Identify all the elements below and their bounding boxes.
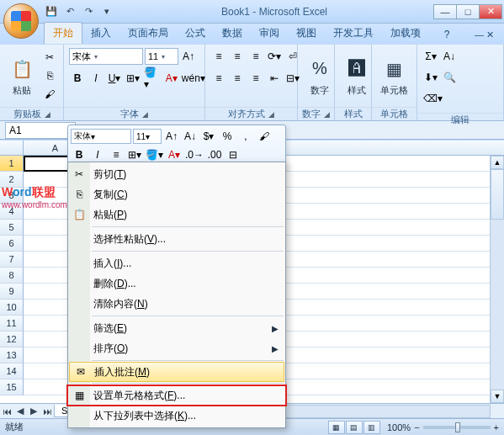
row-header[interactable]: 9 [0,284,24,300]
cells-button[interactable]: ▦单元格 [377,54,411,98]
font-size-combo[interactable]: 11▾ [145,48,178,65]
row-header[interactable]: 11 [0,316,24,332]
mini-comma-icon[interactable]: , [237,128,254,145]
menu-item[interactable]: ▦设置单元格格式(F)... [68,385,285,406]
redo-icon[interactable]: ↷ [81,4,96,19]
fill-icon[interactable]: ⬇▾ [422,69,439,86]
align-left-icon[interactable]: ≡ [210,70,227,87]
row-header[interactable]: 10 [0,300,24,316]
tab-addins[interactable]: 加载项 [382,23,429,44]
mini-center-icon[interactable]: ≡ [108,146,125,163]
scroll-thumb[interactable] [491,169,504,220]
save-icon[interactable]: 💾 [44,4,59,19]
styles-button[interactable]: 🅰样式 [340,54,374,98]
mini-size-combo[interactable]: 11 ▾ [133,129,162,144]
row-header[interactable]: 5 [0,220,24,236]
zoom-in-icon[interactable]: + [494,422,499,432]
mini-bold-icon[interactable]: B [71,146,88,163]
orientation-icon[interactable]: ⟳▾ [266,48,283,65]
tab-home[interactable]: 开始 [44,22,82,44]
sort-filter-icon[interactable]: A↓ [441,48,458,65]
border-button[interactable]: ⊞▾ [125,70,141,87]
mini-painter-icon[interactable]: 🖌 [256,128,273,145]
align-center-icon[interactable]: ≡ [229,70,246,87]
row-header[interactable]: 1 [0,156,24,172]
format-painter-icon[interactable]: 🖌 [41,86,58,103]
copy-icon[interactable]: ⎘ [41,67,58,84]
underline-button[interactable]: U▾ [106,70,123,87]
select-all-corner[interactable] [0,141,24,155]
tab-developer[interactable]: 开发工具 [325,23,382,44]
row-header[interactable]: 13 [0,347,24,363]
mini-fill-icon[interactable]: 🪣▾ [145,146,164,163]
normal-view-icon[interactable]: ▦ [328,421,345,434]
autosum-icon[interactable]: Σ▾ [422,48,439,65]
ribbon-min-close[interactable]: — ✕ [471,26,497,44]
tab-insert[interactable]: 插入 [82,23,119,44]
zoom-slider[interactable] [423,426,491,429]
menu-item[interactable]: ✂剪切(T) [68,164,285,184]
last-sheet-icon[interactable]: ⏭ [40,405,54,418]
name-box[interactable]: A1▾ [5,122,76,139]
office-button[interactable] [3,3,39,39]
paste-button[interactable]: 📋 粘贴 [5,54,39,98]
scroll-down-icon[interactable]: ▼ [491,390,504,403]
italic-button[interactable]: I [88,70,104,87]
menu-item[interactable]: ✉插入批注(M) [69,362,284,382]
menu-item[interactable]: ⎘复制(C) [68,184,285,204]
close-button[interactable]: ✕ [479,4,502,19]
align-bottom-icon[interactable]: ≡ [247,48,264,65]
indent-dec-icon[interactable]: ⇤ [266,70,283,87]
cut-icon[interactable]: ✂ [41,49,58,66]
menu-item[interactable]: 筛选(E)▶ [68,318,285,338]
menu-item[interactable]: 排序(O)▶ [68,338,285,358]
mini-accounting-icon[interactable]: $▾ [200,128,217,145]
row-header[interactable]: 14 [0,363,24,379]
mini-shrink-icon[interactable]: A↓ [182,128,199,145]
font-name-combo[interactable]: 宋体▾ [69,48,143,65]
fill-color-button[interactable]: 🪣▾ [143,70,162,87]
phonetic-button[interactable]: wén▾ [182,70,205,87]
next-sheet-icon[interactable]: ▶ [27,405,40,418]
maximize-button[interactable]: □ [456,4,480,19]
tab-view[interactable]: 视图 [288,23,325,44]
menu-item[interactable]: 清除内容(N) [68,294,285,314]
qat-dropdown-icon[interactable]: ▾ [99,4,114,19]
menu-item[interactable]: 从下拉列表中选择(K)... [68,406,285,426]
menu-item[interactable]: 插入(I)... [68,253,285,273]
clear-icon[interactable]: ⌫▾ [422,90,443,107]
mini-italic-icon[interactable]: I [89,146,106,163]
mini-decinc-icon[interactable]: .00 [206,146,223,163]
row-header[interactable]: 8 [0,268,24,284]
zoom-out-icon[interactable]: − [414,422,419,432]
row-header[interactable]: 15 [0,379,24,395]
grow-font-icon[interactable]: A↑ [180,48,197,65]
first-sheet-icon[interactable]: ⏮ [0,405,13,418]
menu-item[interactable]: 选择性粘贴(V)... [68,229,285,249]
prev-sheet-icon[interactable]: ◀ [13,405,27,418]
font-color-button[interactable]: A▾ [163,70,180,87]
tab-review[interactable]: 审阅 [251,23,288,44]
menu-item[interactable]: 删除(D)... [68,273,285,294]
minimize-button[interactable]: — [433,4,457,19]
row-header[interactable]: 12 [0,332,24,347]
mini-merge-icon[interactable]: ⊟ [225,146,241,163]
mini-fontcolor-icon[interactable]: A▾ [166,146,183,163]
alignment-dialog-icon[interactable]: ◢ [268,110,274,119]
page-layout-icon[interactable]: ▤ [346,421,363,434]
tab-formulas[interactable]: 公式 [177,23,214,44]
mini-font-combo[interactable]: 宋体 ▾ [71,129,131,144]
mini-border-icon[interactable]: ⊞▾ [126,146,143,163]
vertical-scrollbar[interactable]: ▲ ▼ [490,156,504,403]
align-middle-icon[interactable]: ≡ [229,48,246,65]
row-header[interactable]: 6 [0,236,24,252]
find-icon[interactable]: 🔍 [441,69,458,86]
number-format-button[interactable]: %数字 [303,54,337,98]
font-dialog-icon[interactable]: ◢ [142,110,148,119]
menu-item[interactable]: 📋粘贴(P) [68,204,285,225]
tab-data[interactable]: 数据 [214,23,251,44]
undo-icon[interactable]: ↶ [62,4,77,19]
align-right-icon[interactable]: ≡ [247,70,264,87]
bold-button[interactable]: B [69,70,86,87]
zoom-thumb[interactable] [455,422,460,432]
